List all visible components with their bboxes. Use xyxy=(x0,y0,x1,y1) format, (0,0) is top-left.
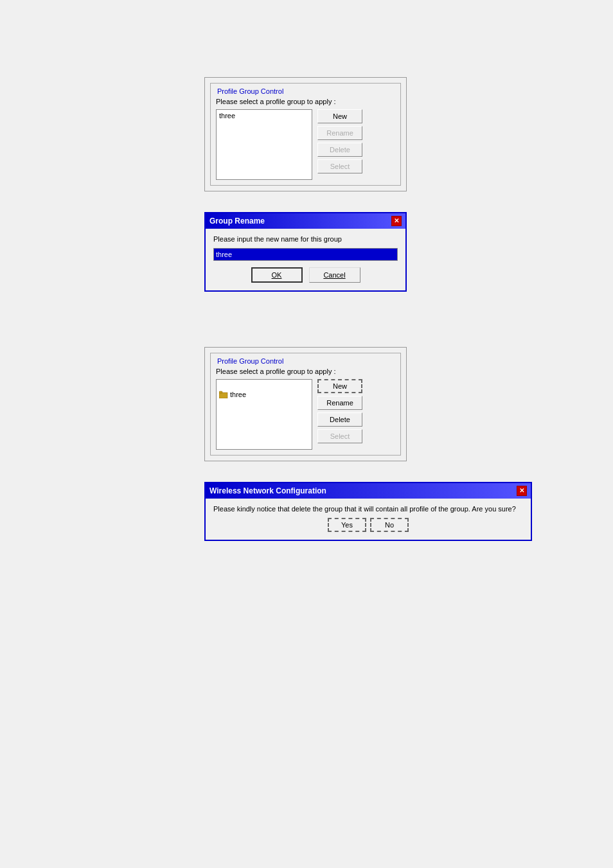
dialog-rename-cancel-button[interactable]: Cancel xyxy=(309,267,360,283)
dialog-wireless-buttons: Yes No xyxy=(213,518,523,532)
dialog-wireless-yes-button[interactable]: Yes xyxy=(328,518,366,532)
dialog-rename-body: Please input the new name for this group… xyxy=(206,229,405,290)
svg-rect-1 xyxy=(219,391,222,393)
dialog-wireless-close-button[interactable]: ✕ xyxy=(517,486,527,496)
fieldset-label-2: Profile Group Control xyxy=(216,357,285,365)
dialog-group-rename: Group Rename ✕ Please input the new name… xyxy=(204,212,407,292)
panel-profile-group-2: Profile Group Control Please select a pr… xyxy=(204,347,407,461)
dialog-wireless-no-button[interactable]: No xyxy=(370,518,409,532)
profile-list-1[interactable]: three xyxy=(216,109,312,180)
profile-list-2[interactable]: three xyxy=(216,379,312,450)
panel-profile-group-1: Profile Group Control Please select a pr… xyxy=(204,77,407,191)
dialog-rename-message: Please input the new name for this group xyxy=(213,235,398,243)
button-column-1: New Rename Delete Select xyxy=(317,109,362,180)
profile-group-subtitle-2: Please select a profile group to apply : xyxy=(216,368,395,375)
dialog-rename-titlebar: Group Rename ✕ xyxy=(206,213,405,229)
dialog-rename-buttons: OK Cancel xyxy=(213,267,398,283)
dialog-rename-input[interactable] xyxy=(213,248,398,261)
dialog-wireless-body: Please kindly notice that delete the gro… xyxy=(206,499,531,540)
svg-rect-0 xyxy=(219,393,227,398)
delete-button-2[interactable]: Delete xyxy=(317,412,362,427)
select-button-1[interactable]: Select xyxy=(317,159,362,173)
delete-button-1[interactable]: Delete xyxy=(317,143,362,157)
rename-button-2[interactable]: Rename xyxy=(317,396,362,410)
rename-button-1[interactable]: Rename xyxy=(317,126,362,140)
dialog-wireless-message: Please kindly notice that delete the gro… xyxy=(213,505,523,513)
dialog-rename-close-button[interactable]: ✕ xyxy=(391,216,402,226)
list-item-three-2[interactable]: three xyxy=(218,390,310,399)
fieldset-label-1: Profile Group Control xyxy=(216,87,285,95)
button-column-2: New Rename Delete Select xyxy=(317,379,362,450)
folder-icon xyxy=(219,391,228,398)
dialog-wireless-config: Wireless Network Configuration ✕ Please … xyxy=(204,482,532,541)
list-item-empty xyxy=(218,381,310,390)
dialog-rename-title: Group Rename xyxy=(209,217,265,226)
dialog-rename-ok-button[interactable]: OK xyxy=(251,267,303,283)
list-item-three-1[interactable]: three xyxy=(218,111,310,120)
select-button-2[interactable]: Select xyxy=(317,429,362,443)
dialog-wireless-title: Wireless Network Configuration xyxy=(209,486,326,495)
profile-group-subtitle-1: Please select a profile group to apply : xyxy=(216,98,395,105)
new-button-2[interactable]: New xyxy=(317,379,362,393)
new-button-1[interactable]: New xyxy=(317,109,362,123)
dialog-wireless-titlebar: Wireless Network Configuration ✕ xyxy=(206,483,531,499)
